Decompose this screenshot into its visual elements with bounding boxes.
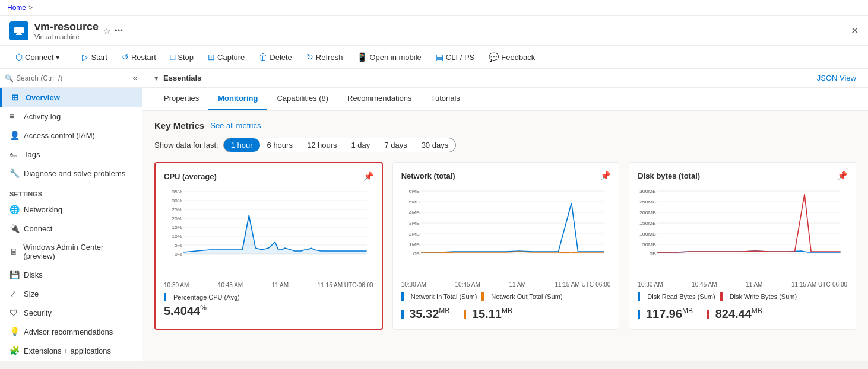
- stop-button[interactable]: □ Stop: [164, 49, 199, 65]
- time-btn-7days[interactable]: 7 days: [377, 138, 414, 152]
- network-x-labels: 10:30 AM 10:45 AM 11 AM 11:15 AM UTC-06:…: [401, 281, 611, 288]
- svg-rect-1: [17, 33, 21, 34]
- tab-capabilities[interactable]: Capabilities (8): [267, 88, 338, 110]
- search-input[interactable]: [16, 74, 131, 82]
- disk-pin-icon[interactable]: 📌: [837, 171, 847, 180]
- cpu-x-labels: 10:30 AM 10:45 AM 11 AM 11:15 AM UTC-06:…: [164, 282, 373, 288]
- disk-chart-title: Disk bytes (total): [638, 171, 700, 180]
- cpu-chart-area: 35% 30% 25% 20% 15% 10% 5% 0%: [164, 186, 373, 281]
- network-in-value: 35.32MB: [401, 307, 450, 321]
- chart-network[interactable]: Network (total) 📌 6MB: [392, 162, 620, 330]
- feedback-button[interactable]: 💬 Feedback: [483, 49, 541, 65]
- tab-monitoring[interactable]: Monitoring: [208, 88, 267, 110]
- see-all-metrics-link[interactable]: See all metrics: [210, 121, 261, 130]
- svg-text:35%: 35%: [172, 189, 182, 195]
- svg-text:5%: 5%: [175, 242, 182, 248]
- svg-text:1MB: 1MB: [408, 241, 420, 247]
- time-btn-1day[interactable]: 1 day: [344, 138, 378, 152]
- charts-row: CPU (average) 📌: [154, 162, 856, 330]
- delete-button[interactable]: 🗑 Delete: [253, 49, 298, 65]
- sidebar-item-networking-label: Networking: [24, 205, 62, 214]
- search-icon: 🔍: [5, 74, 14, 82]
- disk-write-legend-bar: [720, 292, 723, 301]
- collapse-icon[interactable]: «: [133, 74, 137, 82]
- cpu-value-number: 5.4044: [164, 304, 200, 317]
- sidebar-item-advisor[interactable]: 💡 Advisor recommendations: [0, 322, 142, 341]
- start-label: Start: [91, 53, 107, 62]
- essentials-chevron-icon[interactable]: ▾: [154, 74, 159, 82]
- json-view-link[interactable]: JSON View: [817, 74, 856, 82]
- sidebar-item-tags[interactable]: 🏷 Tags: [0, 145, 142, 164]
- time-btn-6hours[interactable]: 6 hours: [260, 138, 300, 152]
- open-mobile-button[interactable]: 📱 Open in mobile: [351, 49, 427, 65]
- restart-label: Restart: [131, 53, 156, 62]
- disk-chart-svg: 300MB 250MB 200MB 150MB 100MB 50MB 0B: [638, 185, 847, 268]
- svg-text:300MB: 300MB: [639, 188, 656, 194]
- disk-read-value: 117.96MB: [638, 307, 693, 321]
- delete-icon: 🗑: [259, 52, 267, 62]
- time-btn-12hours[interactable]: 12 hours: [300, 138, 344, 152]
- breadcrumb-home[interactable]: Home: [7, 4, 26, 12]
- show-data-label: Show data for last:: [154, 141, 218, 149]
- restart-button[interactable]: ↺ Restart: [116, 49, 162, 65]
- refresh-label: Refresh: [316, 53, 343, 62]
- sidebar-item-activity-log[interactable]: ≡ Activity log: [0, 107, 142, 126]
- resource-name: vm-resource: [34, 21, 99, 33]
- tab-properties[interactable]: Properties: [154, 88, 208, 110]
- sidebar-item-disks[interactable]: 💾 Disks: [0, 265, 142, 284]
- favorite-star-icon[interactable]: ☆: [103, 26, 111, 36]
- start-button[interactable]: ▷ Start: [76, 49, 113, 65]
- sidebar-item-diagnose[interactable]: 🔧 Diagnose and solve problems: [0, 164, 142, 183]
- disks-icon: 💾: [9, 270, 19, 279]
- sidebar-item-continuous[interactable]: 🔄 Continuous delivery: [0, 360, 142, 361]
- cpu-pin-icon[interactable]: 📌: [363, 171, 373, 181]
- cpu-legend-label: Percentage CPU (Avg): [173, 294, 240, 301]
- time-range-buttons: 1 hour 6 hours 12 hours 1 day 7 days 30 …: [223, 138, 457, 152]
- svg-text:15%: 15%: [172, 224, 182, 230]
- sidebar-item-security[interactable]: 🛡 Security: [0, 303, 142, 322]
- essentials-label: Essentials: [163, 74, 201, 82]
- stop-label: Stop: [178, 53, 194, 62]
- sidebar-item-overview[interactable]: ⊞ Overview: [0, 88, 142, 107]
- svg-rect-2: [16, 34, 22, 35]
- sidebar-item-connect[interactable]: 🔌 Connect: [0, 219, 142, 238]
- tab-tutorials[interactable]: Tutorials: [422, 88, 470, 110]
- cli-ps-label: CLI / PS: [446, 53, 474, 62]
- sidebar-search-container: 🔍 «: [0, 69, 142, 88]
- sidebar-item-windows-admin[interactable]: 🖥 Windows Admin Center (preview): [0, 238, 142, 265]
- more-options-icon[interactable]: •••: [115, 26, 123, 35]
- network-out-number: 15.11: [472, 307, 502, 320]
- refresh-button[interactable]: ↻ Refresh: [300, 49, 349, 65]
- sidebar-item-networking[interactable]: 🌐 Networking: [0, 200, 142, 219]
- svg-text:0B: 0B: [650, 250, 656, 256]
- sidebar-item-access-control[interactable]: 👤 Access control (IAM): [0, 126, 142, 145]
- capture-button[interactable]: ⊡ Capture: [202, 49, 251, 65]
- settings-section-label: Settings: [0, 183, 142, 200]
- time-btn-30days[interactable]: 30 days: [414, 138, 456, 152]
- chart-cpu[interactable]: CPU (average) 📌: [154, 162, 383, 330]
- chart-disk[interactable]: Disk bytes (total) 📌 300MB: [629, 162, 856, 330]
- sidebar-item-size[interactable]: ⤢ Size: [0, 284, 142, 303]
- monitoring-tabs: Properties Monitoring Capabilities (8) R…: [142, 88, 868, 111]
- sidebar-item-windows-admin-label: Windows Admin Center (preview): [23, 243, 132, 260]
- tab-recommendations[interactable]: Recommendations: [338, 88, 421, 110]
- connect-button[interactable]: ⬡ Connect ▾: [9, 49, 66, 65]
- svg-rect-0: [14, 27, 24, 33]
- time-btn-1hour[interactable]: 1 hour: [224, 138, 260, 152]
- close-icon[interactable]: ✕: [851, 25, 859, 36]
- svg-text:4MB: 4MB: [408, 209, 420, 215]
- connect-dropdown-icon: ▾: [56, 53, 60, 62]
- disk-x-labels: 10:30 AM 10:45 AM 11 AM 11:15 AM UTC-06:…: [638, 281, 847, 288]
- cpu-legend-bar: [164, 293, 166, 301]
- svg-text:250MB: 250MB: [639, 199, 656, 205]
- access-control-icon: 👤: [9, 131, 19, 140]
- restart-icon: ↺: [122, 52, 129, 62]
- network-pin-icon[interactable]: 📌: [600, 171, 610, 180]
- network-out-legend-bar: [481, 292, 484, 301]
- svg-text:3MB: 3MB: [408, 220, 420, 226]
- sidebar: 🔍 « ⊞ Overview ≡ Activity log 👤 Access c…: [0, 69, 142, 361]
- sidebar-item-extensions[interactable]: 🧩 Extensions + applications: [0, 341, 142, 360]
- cli-ps-button[interactable]: ▤ CLI / PS: [430, 49, 480, 65]
- svg-text:100MB: 100MB: [639, 231, 656, 237]
- disk-read-legend-bar: [638, 292, 640, 301]
